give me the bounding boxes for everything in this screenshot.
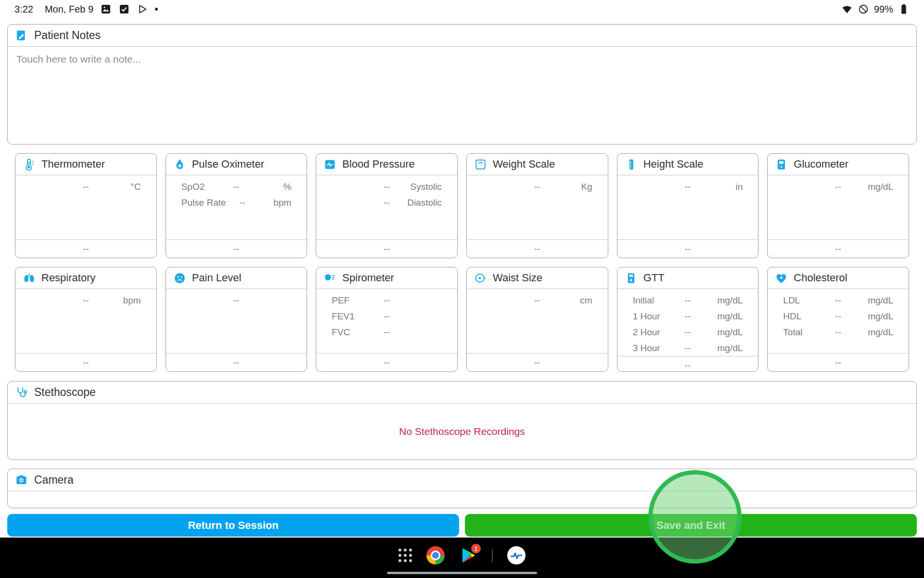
card-body: SpO2--%Pulse Rate--bpm bbox=[166, 175, 307, 239]
home-indicator[interactable] bbox=[387, 572, 537, 574]
stethoscope-icon bbox=[15, 386, 28, 399]
health-app-icon[interactable] bbox=[507, 546, 526, 565]
navigation-bar: 1 bbox=[0, 538, 924, 578]
measurement-label: FVC bbox=[332, 327, 368, 338]
measurement-value: -- bbox=[369, 182, 405, 192]
card-title: Pain Level bbox=[192, 272, 242, 284]
card-footer: -- bbox=[316, 353, 457, 371]
measurement-row: SpO2--% bbox=[166, 179, 307, 195]
checkbox-icon bbox=[118, 3, 130, 15]
height-scale-icon bbox=[625, 158, 638, 171]
card-header: Waist Size bbox=[467, 267, 608, 289]
play-store-outline-icon bbox=[137, 3, 148, 15]
measurement-unit: Kg bbox=[555, 182, 592, 192]
card-header: Weight Scale bbox=[467, 154, 608, 175]
measurement-value: -- bbox=[67, 182, 104, 192]
spirometer-icon bbox=[323, 272, 336, 285]
return-to-session-button[interactable]: Return to Session bbox=[7, 514, 459, 537]
patient-notes-input[interactable]: Touch here to write a note... bbox=[8, 47, 916, 72]
measurement-value: -- bbox=[519, 182, 555, 192]
measurement-unit: bpm bbox=[104, 295, 141, 306]
measurement-value: -- bbox=[669, 343, 706, 354]
play-store-icon[interactable]: 1 bbox=[459, 546, 477, 565]
overflow-dot-icon bbox=[155, 8, 158, 11]
status-bar: 3:22 Mon, Feb 9 99% bbox=[0, 0, 924, 18]
card-body: --°C bbox=[15, 175, 156, 239]
wifi-icon bbox=[841, 3, 853, 15]
card-footer: -- bbox=[467, 239, 608, 258]
card-pain-level[interactable]: Pain Level---- bbox=[166, 267, 308, 372]
weight-scale-icon bbox=[474, 158, 487, 171]
status-date: Mon, Feb 9 bbox=[45, 4, 93, 15]
card-thermometer[interactable]: Thermometer--°C-- bbox=[15, 153, 157, 258]
card-gtt[interactable]: GTTInitial--mg/dL1 Hour--mg/dL2 Hour--mg… bbox=[617, 267, 759, 372]
measurement-row: LDL--mg/dL bbox=[768, 292, 909, 308]
battery-icon bbox=[898, 3, 910, 15]
stethoscope-header: Stethoscope bbox=[8, 381, 916, 404]
patient-notes-panel: Patient Notes Touch here to write a note… bbox=[7, 24, 917, 144]
measurement-value: -- bbox=[820, 295, 857, 306]
measurement-label: PEF bbox=[332, 295, 368, 306]
card-title: Waist Size bbox=[493, 272, 542, 284]
measurement-row: 1 Hour--mg/dL bbox=[617, 308, 758, 324]
card-body: Initial--mg/dL1 Hour--mg/dL2 Hour--mg/dL… bbox=[617, 289, 758, 356]
measurement-unit: in bbox=[706, 182, 743, 192]
card-title: Glucometer bbox=[794, 158, 848, 171]
card-title: Cholesterol bbox=[794, 272, 847, 284]
measurement-value: -- bbox=[226, 197, 259, 208]
card-body: -- bbox=[166, 289, 307, 353]
camera-panel[interactable]: Camera bbox=[7, 469, 917, 508]
measurement-value: -- bbox=[820, 182, 857, 192]
card-title: Thermometer bbox=[41, 158, 105, 171]
gtt-icon bbox=[625, 272, 638, 285]
chrome-icon[interactable] bbox=[426, 546, 445, 565]
card-respiratory[interactable]: Respiratory--bpm-- bbox=[15, 267, 157, 372]
card-height-scale[interactable]: Height Scale--in-- bbox=[617, 153, 759, 258]
measurement-row: --in bbox=[617, 179, 758, 195]
card-body: --mg/dL bbox=[768, 175, 909, 239]
measurement-value: -- bbox=[669, 327, 706, 338]
save-and-exit-button[interactable]: Save and Exit bbox=[465, 514, 917, 537]
notification-badge: 1 bbox=[471, 544, 481, 553]
measurement-value: -- bbox=[218, 295, 255, 306]
card-spirometer[interactable]: SpirometerPEF--FEV1--FVC---- bbox=[316, 267, 458, 372]
measurement-label: LDL bbox=[783, 295, 820, 306]
card-footer: -- bbox=[617, 356, 758, 372]
card-waist-size[interactable]: Waist Size--cm-- bbox=[466, 267, 608, 372]
card-pulse-oximeter[interactable]: Pulse OximeterSpO2--%Pulse Rate--bpm-- bbox=[166, 153, 308, 258]
measurement-label: 2 Hour bbox=[633, 327, 669, 338]
measurement-row: Pulse Rate--bpm bbox=[166, 195, 307, 210]
stethoscope-title: Stethoscope bbox=[34, 386, 96, 399]
card-body: LDL--mg/dLHDL--mg/dLTotal--mg/dL bbox=[768, 289, 909, 353]
card-title: Spirometer bbox=[342, 272, 394, 284]
card-blood-pressure[interactable]: Blood Pressure--Systolic--Diastolic-- bbox=[316, 153, 458, 258]
card-header: Respiratory bbox=[15, 267, 156, 289]
camera-title: Camera bbox=[34, 473, 74, 486]
measurement-label: Total bbox=[783, 327, 820, 338]
card-footer: -- bbox=[15, 239, 156, 258]
card-glucometer[interactable]: Glucometer--mg/dL-- bbox=[767, 153, 909, 258]
card-footer: -- bbox=[617, 239, 758, 258]
measurement-row: FVC-- bbox=[316, 324, 457, 340]
card-weight-scale[interactable]: Weight Scale--Kg-- bbox=[466, 153, 608, 258]
card-cholesterol[interactable]: CholesterolLDL--mg/dLHDL--mg/dLTotal--mg… bbox=[767, 267, 909, 372]
measurement-label: HDL bbox=[783, 311, 820, 322]
measurement-value: -- bbox=[820, 327, 857, 338]
card-body: --in bbox=[617, 175, 758, 239]
card-body: --cm bbox=[467, 289, 608, 353]
measurement-row: 2 Hour--mg/dL bbox=[617, 324, 758, 340]
card-title: Height Scale bbox=[643, 158, 704, 171]
card-title: Respiratory bbox=[41, 272, 95, 284]
measurement-value: -- bbox=[669, 182, 706, 192]
app-drawer-icon[interactable] bbox=[398, 549, 412, 562]
no-recordings-message: No Stethoscope Recordings bbox=[399, 426, 525, 437]
measurement-unit: mg/dL bbox=[706, 311, 743, 322]
measurement-unit: mg/dL bbox=[706, 343, 743, 354]
measurement-row: Total--mg/dL bbox=[768, 324, 909, 340]
blood-pressure-icon bbox=[323, 158, 336, 171]
measurement-unit: mg/dL bbox=[857, 327, 893, 338]
card-title: Blood Pressure bbox=[342, 158, 414, 171]
note-edit-icon bbox=[15, 29, 28, 42]
respiratory-icon bbox=[23, 272, 36, 285]
measurement-value: -- bbox=[67, 295, 104, 306]
